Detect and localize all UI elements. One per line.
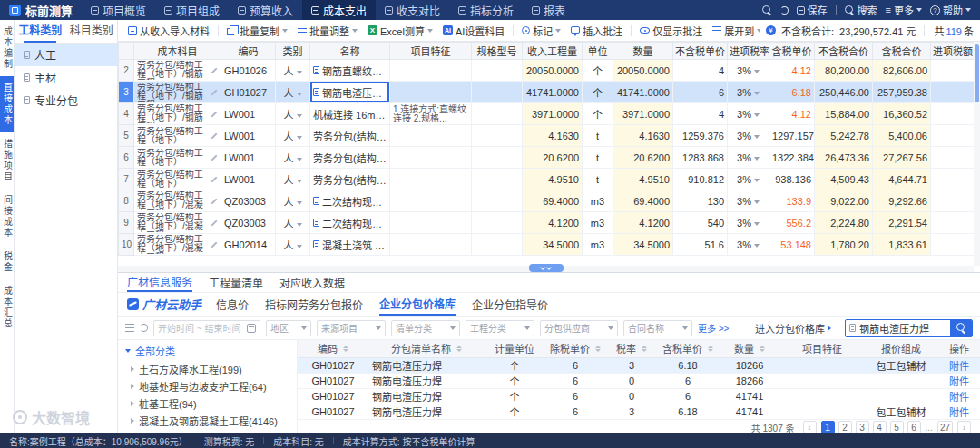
edit-icon[interactable]	[211, 89, 217, 95]
cost-table-row[interactable]: 7劳务分包/结构工程（地下）LW001人劳务分包(结构工程...4.9510t4…	[119, 169, 975, 190]
horizontal-scrollbar[interactable]	[118, 266, 974, 272]
date-range-input[interactable]: 开始时间 ~ 结束时间	[153, 320, 260, 336]
save-button[interactable]: 保存	[797, 3, 828, 17]
income-qty-cell[interactable]: 41741.0000	[523, 82, 583, 103]
pagination-page-27[interactable]: 27	[937, 421, 953, 433]
qty-cell[interactable]: 20.6200	[613, 147, 673, 169]
pagination-page-5[interactable]: 5	[890, 421, 904, 433]
unit-cell[interactable]: m3	[583, 234, 613, 256]
tree-node-桩基工程(94)[interactable]: 桩基工程(94)	[118, 394, 297, 412]
spec-cell[interactable]	[472, 234, 523, 256]
input-tax-cell[interactable]	[931, 103, 975, 125]
income-qty-cell[interactable]: 34.5000	[523, 234, 583, 256]
tax-rate-cell[interactable]: 3%	[728, 82, 769, 103]
spec-cell[interactable]	[472, 82, 523, 103]
toolbar-insert-comment[interactable]: 插入批注	[566, 24, 627, 38]
code-cell[interactable]: LW001	[221, 169, 276, 190]
cost-subject-cell[interactable]: 劳务分包/结构工程（地下）/混凝土工程	[134, 234, 221, 256]
price-inc-tax-cell[interactable]: 6.18	[769, 82, 815, 103]
income-qty-cell[interactable]: 4.1630	[523, 125, 583, 147]
code-cell[interactable]: LW001	[221, 103, 276, 125]
edit-icon[interactable]	[211, 111, 217, 117]
price-table-row[interactable]: GH01027钢筋电渣压力焊个60618266附件	[298, 373, 980, 388]
side-nav-措施项目[interactable]: 措施项目	[0, 132, 15, 189]
feature-cell[interactable]	[390, 190, 472, 212]
price-inc-tax-cell[interactable]: 133.9	[769, 190, 815, 212]
code-cell[interactable]: QZ03003	[221, 190, 276, 212]
unit-cell[interactable]: t	[583, 147, 613, 169]
cost-subject-cell[interactable]: 劳务分包/结构工程（地下）	[134, 169, 221, 190]
category-cell[interactable]: 人	[276, 147, 310, 169]
assistant-tab-企业分包指导价[interactable]: 企业分包指导价	[472, 293, 548, 316]
cost-table-row[interactable]: 6劳务分包/结构工程（地下）LW001人劳务分包(结构工程...20.6200t…	[119, 147, 975, 169]
topbar-menu-收支对比[interactable]: 收支对比	[376, 0, 449, 20]
spec-cell[interactable]	[472, 103, 523, 125]
edit-icon[interactable]	[211, 176, 217, 182]
toolbar-mark[interactable]: 标记	[517, 24, 565, 38]
feature-cell[interactable]	[390, 147, 472, 169]
column-header-数量[interactable]: 数量	[719, 340, 780, 357]
attachment-link[interactable]: 附件	[949, 361, 969, 372]
cost-subject-cell[interactable]: 劳务分包/结构工程（地下）	[134, 147, 221, 169]
spec-cell[interactable]	[472, 169, 523, 190]
side-nav-直接成本[interactable]: 直接成本	[0, 76, 15, 132]
cost-table-row[interactable]: 10劳务分包/结构工程（地下）/混凝土工程GH02014人混凝土浇筑 地上...…	[119, 234, 975, 256]
price-ex-tax-cell[interactable]: 1283.868	[673, 147, 728, 169]
price-ex-tax-cell[interactable]: 51.6	[673, 234, 728, 256]
total-ex-tax-cell[interactable]: 1,780.20	[815, 234, 873, 256]
category-cell[interactable]: 人	[276, 190, 310, 212]
price-ex-tax-cell[interactable]: 6	[673, 82, 728, 103]
cost-subject-cell[interactable]: 劳务分包/结构工程（地下）/钢筋工程	[134, 82, 221, 103]
feature-cell[interactable]	[390, 212, 472, 234]
row-number-cell[interactable]: 10	[119, 234, 134, 256]
pagination-page-6[interactable]: 6	[907, 421, 921, 433]
name-cell[interactable]: 混凝土浇筑 地上...	[310, 234, 390, 256]
action-cell[interactable]: 附件	[938, 357, 980, 373]
price-ex-tax-cell[interactable]: 130	[673, 190, 728, 212]
assistant-tab-企业分包价格库[interactable]: 企业分包价格库	[379, 293, 456, 316]
price-table-row[interactable]: GH01027钢筋电渣压力焊个636.1818266包工包辅材附件	[298, 357, 980, 373]
cost-table-row[interactable]: 9劳务分包/结构工程（地下）/混凝土工程QZ03003人二次结构现浇混...4.…	[119, 212, 975, 234]
total-inc-tax-cell[interactable]: 1,833.61	[873, 234, 931, 256]
feature-cell[interactable]	[390, 169, 472, 190]
code-cell[interactable]: GH01027	[221, 82, 276, 103]
topbar-menu-项目概览[interactable]: 项目概览	[82, 0, 155, 20]
code-cell[interactable]: LW001	[221, 147, 276, 169]
cost-table-row[interactable]: 2劳务分包/结构工程（地下）/钢筋工程GH01026人钢筋直螺纹连接20050.…	[119, 60, 975, 82]
category-cell[interactable]: 人	[276, 60, 310, 82]
qty-cell[interactable]: 20050.0000	[613, 60, 673, 82]
input-tax-cell[interactable]	[931, 169, 975, 190]
name-cell[interactable]: 机械连接 16mm (...	[310, 103, 390, 125]
edit-icon[interactable]	[211, 132, 217, 139]
toolbar-excel-calc[interactable]: XExcel测算	[363, 24, 437, 38]
attachment-link[interactable]: 附件	[949, 407, 969, 418]
total-ex-tax-cell[interactable]: 250,446.00	[815, 82, 873, 103]
price-inc-tax-cell[interactable]: 53.148	[769, 234, 815, 256]
assistant-tab-信息价[interactable]: 信息价	[216, 293, 249, 316]
tree-node-混凝土及钢筋混凝土工程(4146)[interactable]: 混凝土及钢筋混凝土工程(4146)	[118, 412, 297, 429]
more-filters-link[interactable]: 更多 >>	[698, 321, 729, 335]
name-cell[interactable]: 钢筋直螺纹连接	[310, 60, 390, 82]
tax-rate-cell[interactable]: 3%	[728, 212, 769, 234]
collapse-handle[interactable]	[529, 264, 564, 272]
income-qty-cell[interactable]: 4.9510	[523, 169, 583, 190]
attachment-link[interactable]: 附件	[949, 376, 969, 387]
category-item-专业分包[interactable]: 专业分包	[15, 89, 117, 112]
column-header-编码[interactable]: 编码	[298, 340, 368, 357]
action-cell[interactable]: 附件	[938, 373, 980, 388]
qty-cell[interactable]: 41741.0000	[613, 82, 673, 103]
assistant-tab-指标网劳务分包报价[interactable]: 指标网劳务分包报价	[265, 293, 363, 316]
tax-rate-cell[interactable]: 3%	[728, 169, 769, 190]
feature-cell[interactable]	[390, 234, 472, 256]
more-button[interactable]: 更多	[886, 3, 922, 17]
total-ex-tax-cell[interactable]: 26,473.36	[815, 147, 873, 169]
cost-table-row[interactable]: 4劳务分包/结构工程（地下）/钢筋工程LW001人机械连接 16mm (...1…	[119, 103, 975, 125]
pagination-page-1[interactable]: 1	[821, 421, 835, 433]
price-inc-tax-cell[interactable]: 556.2	[769, 212, 815, 234]
total-ex-tax-cell[interactable]: 2,224.80	[815, 212, 873, 234]
vertical-scrollbar-thumb[interactable]	[975, 44, 979, 102]
spec-cell[interactable]	[472, 212, 523, 234]
action-cell[interactable]: 附件	[938, 404, 980, 419]
bottom-tab-对应收入数据[interactable]: 对应收入数据	[279, 273, 345, 292]
unit-cell[interactable]: 个	[583, 60, 613, 82]
